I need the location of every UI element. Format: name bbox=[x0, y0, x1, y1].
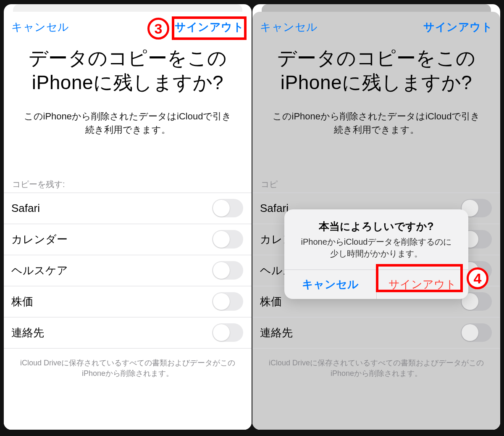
row-label: Safari bbox=[11, 202, 40, 215]
row-health: ヘルスケア bbox=[4, 255, 252, 286]
alert-buttons: キャンセル サインアウト bbox=[284, 270, 468, 299]
screen-left: キャンセル サインアウト データのコピーをこのiPhoneに残しますか? このi… bbox=[4, 4, 252, 430]
navbar: キャンセル サインアウト bbox=[4, 12, 252, 42]
row-label: カレンダー bbox=[11, 232, 68, 247]
toggle-contacts[interactable] bbox=[212, 323, 243, 342]
alert-backdrop: 本当によろしいですか? iPhoneからiCloudデータを削除するのに少し時間… bbox=[252, 12, 500, 430]
screenshot-pair: キャンセル サインアウト データのコピーをこのiPhoneに残しますか? このi… bbox=[4, 4, 500, 430]
toggle-safari[interactable] bbox=[212, 199, 243, 217]
toggle-list: Safari カレンダー ヘルスケア 株価 bbox=[4, 193, 252, 349]
section-label: コピーを残す: bbox=[4, 137, 252, 193]
row-label: ヘルスケア bbox=[11, 263, 68, 278]
signout-button[interactable]: サインアウト bbox=[175, 20, 244, 34]
alert-confirm-button[interactable]: サインアウト bbox=[377, 270, 469, 299]
toggle-health[interactable] bbox=[212, 261, 243, 280]
row-calendar: カレンダー bbox=[4, 224, 252, 255]
alert-title: 本当によろしいですか? bbox=[284, 209, 468, 236]
screen-right: キャンセル サインアウト データのコピーをこのiPhoneに残しますか? このi… bbox=[252, 4, 500, 430]
page-subtitle: このiPhoneから削除されたデータはiCloudで引き続き利用できます。 bbox=[4, 95, 252, 137]
confirm-alert: 本当によろしいですか? iPhoneからiCloudデータを削除するのに少し時間… bbox=[284, 209, 468, 299]
toggle-calendar[interactable] bbox=[212, 230, 243, 248]
toggle-stocks[interactable] bbox=[212, 292, 243, 311]
page-title: データのコピーをこのiPhoneに残しますか? bbox=[4, 42, 252, 95]
footer-note: iCloud Driveに保存されているすべての書類およびデータがこのiPhon… bbox=[4, 349, 252, 379]
row-label: 連絡先 bbox=[11, 325, 44, 340]
row-label: 株価 bbox=[11, 294, 33, 309]
modal-sheet: キャンセル サインアウト データのコピーをこのiPhoneに残しますか? このi… bbox=[4, 12, 252, 430]
alert-message: iPhoneからiCloudデータを削除するのに少し時間がかかります。 bbox=[284, 236, 468, 270]
cancel-button[interactable]: キャンセル bbox=[11, 20, 69, 34]
modal-sheet: キャンセル サインアウト データのコピーをこのiPhoneに残しますか? このi… bbox=[252, 12, 500, 430]
row-safari: Safari bbox=[4, 193, 252, 224]
row-stocks: 株価 bbox=[4, 286, 252, 317]
alert-cancel-button[interactable]: キャンセル bbox=[284, 270, 377, 299]
row-contacts: 連絡先 bbox=[4, 317, 252, 349]
